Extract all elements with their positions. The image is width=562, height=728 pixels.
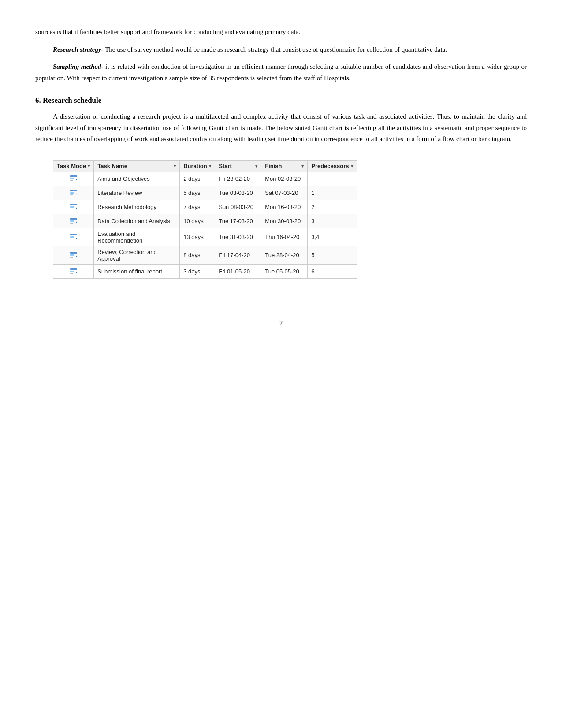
duration-cell: 5 days [180,186,215,200]
duration-cell: 10 days [180,214,215,228]
svg-rect-10 [70,220,74,222]
th-predecessors[interactable]: Predecessors ▾ [308,160,357,172]
section-body: A dissertation or conducting a research … [35,111,527,145]
task-name-cell: Review, Correction and Approval [94,246,180,264]
task-mode-cell [53,228,94,246]
svg-rect-17 [70,257,73,258]
task-mode-icon [70,267,78,275]
duration-cell: 3 days [180,264,215,278]
svg-rect-4 [70,192,74,194]
task-mode-cell [53,186,94,200]
start-dropdown-icon[interactable]: ▾ [255,164,257,168]
table-header-row: Task Mode ▾ Task Name ▾ Duration ▾ [53,160,357,172]
svg-rect-19 [70,271,74,272]
gantt-table-body: Aims and Objectives2 daysFri 28-02-20Mon… [53,172,357,278]
task-mode-icon [70,250,78,258]
task-name-cell: Research Methodology [94,200,180,214]
svg-rect-14 [70,239,73,239]
table-row: Data Collection and Analysis10 daysTue 1… [53,214,357,228]
task-mode-dropdown-icon[interactable]: ▾ [88,164,90,168]
predecessors-cell: 3 [308,214,357,228]
table-row: Literature Review5 daysTue 03-03-20Sat 0… [53,186,357,200]
duration-dropdown-icon[interactable]: ▾ [209,164,211,168]
svg-rect-12 [70,234,77,235]
paragraph-1: sources is that it facilities better sup… [35,26,527,38]
duration-cell: 2 days [180,172,215,186]
task-name-cell: Data Collection and Analysis [94,214,180,228]
task-name-cell: Aims and Objectives [94,172,180,186]
svg-rect-1 [70,178,74,179]
duration-cell: 8 days [180,246,215,264]
start-cell: Fri 17-04-20 [215,246,261,264]
predecessors-cell [308,172,357,186]
svg-rect-13 [70,236,74,238]
finish-dropdown-icon[interactable]: ▾ [301,164,304,168]
svg-rect-3 [70,190,77,191]
predecessors-cell: 1 [308,186,357,200]
task-name-cell: Submission of final report [94,264,180,278]
finish-cell: Sat 07-03-20 [261,186,308,200]
th-task-mode[interactable]: Task Mode ▾ [53,160,94,172]
predecessors-cell: 6 [308,264,357,278]
start-cell: Tue 17-03-20 [215,214,261,228]
predecessors-cell: 3,4 [308,228,357,246]
task-name-cell: Literature Review [94,186,180,200]
task-mode-cell [53,246,94,264]
svg-rect-8 [70,209,73,209]
task-mode-icon [70,174,78,182]
task-mode-cell [53,214,94,228]
task-mode-cell [53,200,94,214]
page-number: 7 [35,320,527,327]
table-row: Review, Correction and Approval8 daysFri… [53,246,357,264]
start-cell: Tue 03-03-20 [215,186,261,200]
svg-rect-9 [70,218,77,220]
svg-rect-0 [70,175,77,177]
task-mode-icon [70,188,78,196]
th-task-name[interactable]: Task Name ▾ [94,160,180,172]
predecessors-cell: 5 [308,246,357,264]
task-name-cell: Evaluation and Recommendetion [94,228,180,246]
svg-rect-2 [70,180,73,181]
p2-rest: The use of survey method would be made a… [104,46,447,53]
duration-cell: 7 days [180,200,215,214]
start-cell: Fri 28-02-20 [215,172,261,186]
table-row: Aims and Objectives2 daysFri 28-02-20Mon… [53,172,357,186]
svg-rect-11 [70,223,73,224]
th-start[interactable]: Start ▾ [215,160,261,172]
p3-rest: it is related with conduction of investi… [35,63,527,82]
table-row: Evaluation and Recommendetion13 daysTue … [53,228,357,246]
svg-rect-5 [70,194,73,195]
task-mode-cell [53,172,94,186]
start-cell: Tue 31-03-20 [215,228,261,246]
paragraph-2: Research strategy- The use of survey met… [35,44,527,56]
gantt-table-wrapper: Task Mode ▾ Task Name ▾ Duration ▾ [53,160,357,279]
finish-cell: Mon 16-03-20 [261,200,308,214]
predecessors-dropdown-icon[interactable]: ▾ [351,164,353,168]
table-row: Submission of final report3 daysFri 01-0… [53,264,357,278]
svg-rect-6 [70,204,77,205]
svg-rect-18 [70,268,77,270]
finish-cell: Mon 30-03-20 [261,214,308,228]
finish-cell: Mon 02-03-20 [261,172,308,186]
predecessors-cell: 2 [308,200,357,214]
paragraph-3: Sampling method- it is related with cond… [35,61,527,84]
finish-cell: Tue 05-05-20 [261,264,308,278]
sampling-method-label: Sampling method [53,63,101,70]
task-name-dropdown-icon[interactable]: ▾ [174,164,176,168]
th-duration[interactable]: Duration ▾ [180,160,215,172]
finish-cell: Thu 16-04-20 [261,228,308,246]
svg-rect-20 [70,273,73,274]
svg-rect-15 [70,252,77,254]
task-mode-icon [70,232,78,240]
finish-cell: Tue 28-04-20 [261,246,308,264]
research-strategy-label: Research strategy [53,46,101,53]
table-row: Research Methodology7 daysSun 08-03-20Mo… [53,200,357,214]
svg-rect-7 [70,206,74,208]
task-mode-icon [70,202,78,210]
duration-cell: 13 days [180,228,215,246]
th-finish[interactable]: Finish ▾ [261,160,308,172]
task-mode-cell [53,264,94,278]
section-heading: 6. Research schedule [35,96,527,105]
start-cell: Fri 01-05-20 [215,264,261,278]
svg-rect-16 [70,254,74,256]
